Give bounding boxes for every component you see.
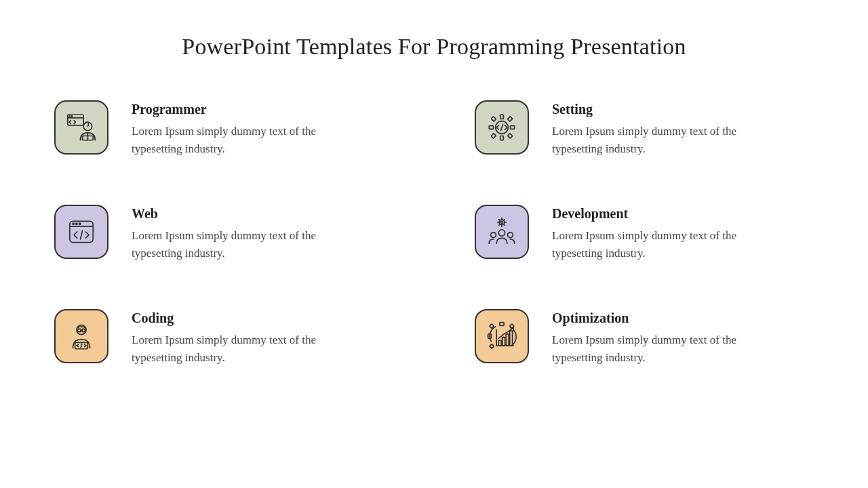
svg-point-25	[498, 230, 505, 236]
svg-point-3	[71, 116, 72, 117]
item-title: Web	[132, 206, 342, 222]
item-text: Optimization Lorem Ipsum simply dummy te…	[552, 309, 762, 366]
svg-point-27	[508, 232, 513, 238]
svg-rect-8	[500, 115, 504, 119]
developer-icon	[54, 309, 108, 363]
svg-rect-44	[510, 331, 513, 346]
item-title: Optimization	[552, 310, 762, 326]
svg-point-26	[491, 232, 496, 238]
item-development: Development Lorem Ipsum simply dummy tex…	[475, 205, 814, 262]
svg-line-33	[81, 344, 82, 348]
item-title: Setting	[552, 102, 762, 117]
items-grid: Programmer Lorem Ipsum simply dummy text…	[47, 100, 821, 366]
item-title: Programmer	[132, 102, 342, 117]
item-desc: Lorem Ipsum simply dummy text of the typ…	[132, 331, 342, 366]
slide-title: PowerPoint Templates For Programming Pre…	[47, 34, 821, 60]
item-programmer: Programmer Lorem Ipsum simply dummy text…	[54, 100, 393, 157]
slide: PowerPoint Templates For Programming Pre…	[0, 0, 868, 488]
item-optimization: Optimization Lorem Ipsum simply dummy te…	[475, 309, 814, 366]
item-desc: Lorem Ipsum simply dummy text of the typ…	[552, 123, 762, 157]
svg-rect-38	[490, 344, 494, 349]
svg-rect-13	[508, 117, 513, 121]
svg-point-24	[500, 221, 502, 223]
item-title: Coding	[132, 310, 342, 326]
item-text: Development Lorem Ipsum simply dummy tex…	[552, 205, 762, 262]
item-title: Development	[552, 206, 762, 222]
svg-rect-14	[491, 134, 496, 138]
gear-code-icon	[475, 100, 529, 155]
browser-code-icon	[54, 205, 108, 259]
svg-line-16	[500, 124, 502, 130]
item-desc: Lorem Ipsum simply dummy text of the typ…	[132, 123, 342, 157]
svg-rect-42	[502, 338, 505, 346]
gear-chart-icon	[475, 309, 529, 363]
svg-point-21	[79, 223, 81, 224]
svg-rect-15	[508, 134, 513, 138]
item-desc: Lorem Ipsum simply dummy text of the typ…	[132, 227, 342, 262]
item-text: Programmer Lorem Ipsum simply dummy text…	[132, 100, 342, 157]
item-text: Setting Lorem Ipsum simply dummy text of…	[552, 100, 762, 157]
svg-rect-11	[511, 126, 515, 129]
item-text: Coding Lorem Ipsum simply dummy text of …	[132, 309, 342, 366]
item-web: Web Lorem Ipsum simply dummy text of the…	[54, 205, 393, 262]
item-desc: Lorem Ipsum simply dummy text of the typ…	[552, 227, 762, 262]
svg-rect-43	[506, 334, 509, 346]
svg-rect-41	[498, 340, 501, 346]
svg-rect-9	[500, 136, 504, 140]
svg-rect-10	[489, 126, 493, 129]
programmer-icon	[54, 100, 108, 155]
svg-line-22	[80, 230, 82, 239]
item-desc: Lorem Ipsum simply dummy text of the typ…	[552, 331, 762, 366]
svg-point-19	[73, 223, 74, 224]
item-text: Web Lorem Ipsum simply dummy text of the…	[132, 205, 342, 262]
svg-rect-34	[500, 323, 504, 326]
svg-point-2	[69, 116, 70, 117]
svg-point-20	[76, 223, 77, 224]
team-gear-icon	[475, 205, 529, 259]
svg-rect-12	[491, 117, 496, 121]
item-setting: Setting Lorem Ipsum simply dummy text of…	[475, 100, 814, 157]
item-coding: Coding Lorem Ipsum simply dummy text of …	[54, 309, 393, 366]
